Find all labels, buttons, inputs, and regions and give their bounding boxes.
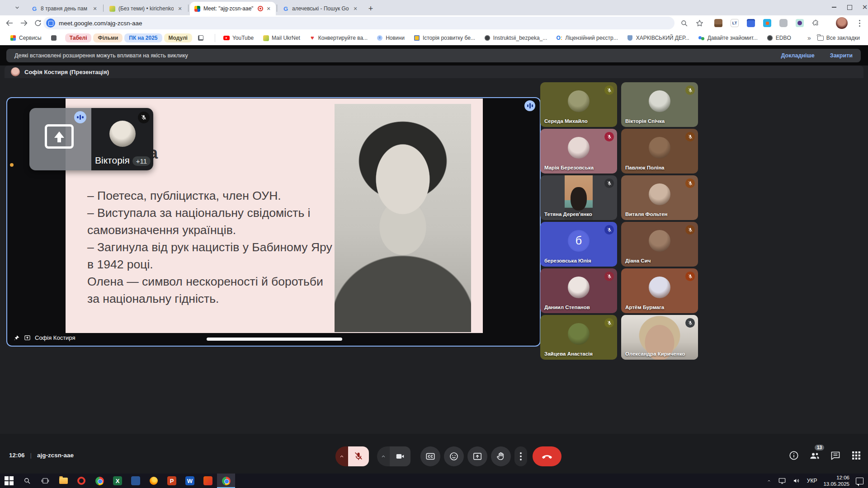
close-tab-icon[interactable]: ✕ — [265, 5, 272, 12]
participant-tile[interactable]: Марія Березовська — [540, 129, 617, 174]
banner-close-button[interactable]: Закрити — [830, 52, 853, 59]
blue-panel-icon[interactable] — [747, 19, 755, 27]
window-maximize-button[interactable] — [842, 0, 857, 14]
taskbar-powerpoint-icon[interactable]: P — [163, 474, 181, 488]
present-button[interactable] — [467, 446, 487, 466]
reactions-button[interactable] — [444, 446, 464, 466]
taskbar-opera-icon[interactable] — [72, 474, 90, 488]
participant-tile[interactable]: бберезовська Юлія — [540, 222, 617, 267]
owl-icon[interactable] — [714, 19, 722, 27]
participant-tile[interactable]: Зайцева Анастасія — [540, 315, 617, 360]
presentation-tile[interactable]: а – Поетеса, публіцистка, член ОУН.– Вис… — [6, 97, 541, 347]
raise-hand-button[interactable] — [491, 446, 511, 466]
forward-icon[interactable] — [19, 18, 29, 28]
reload-icon[interactable] — [33, 19, 42, 28]
taskbar-file-explorer-icon[interactable] — [54, 474, 72, 488]
bookmark-item[interactable]: ≡Новини — [373, 33, 408, 42]
keyboard-language[interactable]: УКР — [807, 478, 817, 484]
bookmark-item[interactable]: Табелі — [65, 33, 92, 42]
media-blue-icon[interactable] — [763, 19, 771, 27]
banner-more-button[interactable]: Докладніше — [781, 52, 815, 59]
bookmark-item[interactable]: EDBO — [763, 33, 795, 42]
camera-options-chevron[interactable] — [377, 446, 390, 466]
participant-tile[interactable]: Даниил Степанов — [540, 268, 617, 313]
taskbar-search-icon[interactable] — [18, 474, 36, 488]
browser-menu-icon[interactable] — [856, 18, 863, 28]
participant-tile[interactable]: Діана Сич — [621, 222, 698, 267]
bookmark-item[interactable]: ПК на 2025 — [124, 33, 162, 42]
chat-button[interactable] — [830, 450, 841, 461]
bookmark-item[interactable]: YouTube — [220, 33, 257, 42]
site-info-icon[interactable] — [46, 19, 55, 28]
network-icon[interactable] — [778, 477, 786, 485]
taskbar-chrome-icon[interactable] — [90, 474, 108, 488]
bookmark-item[interactable] — [194, 33, 210, 42]
bookmark-item[interactable]: Сервисы — [6, 33, 45, 42]
new-tab-button[interactable]: + — [365, 3, 376, 14]
all-bookmarks-button[interactable]: Все закладки — [817, 35, 868, 41]
bookmark-item[interactable]: ♥Конвертируйте ва... — [306, 33, 371, 42]
bookmark-item[interactable]: Mail UkrNet — [259, 33, 304, 42]
taskbar-word-icon[interactable]: W — [181, 474, 199, 488]
bookmark-item[interactable]: Фільми — [93, 33, 123, 42]
captions-button[interactable] — [420, 446, 440, 466]
bookmark-item[interactable]: Модулі — [164, 33, 192, 42]
end-call-button[interactable] — [533, 446, 561, 466]
window-minimize-button[interactable] — [826, 0, 842, 14]
people-button[interactable]: 13 — [809, 450, 820, 461]
tab-4[interactable]: Gалечевські - Пошук Google✕ — [278, 2, 363, 15]
action-center-icon[interactable] — [856, 478, 863, 484]
participant-tile[interactable]: Олександра Кириченко — [621, 315, 698, 360]
screenshot-cam-icon[interactable] — [779, 19, 788, 27]
tab-1[interactable]: G8 травня день пам яті та прим✕ — [27, 2, 102, 15]
bookmark-item[interactable]: ХАРКІВСЬКИЙ ДЕР... — [623, 33, 693, 42]
taskbar-firefox-icon[interactable] — [145, 474, 163, 488]
languagetool-icon[interactable]: LT — [731, 19, 739, 27]
participant-tile[interactable]: Артём Бурмага — [621, 268, 698, 313]
close-tab-icon[interactable]: ✕ — [176, 5, 184, 12]
taskbar-start-icon[interactable] — [0, 474, 18, 488]
volume-icon[interactable] — [793, 477, 801, 485]
taskbar-excel-icon[interactable]: X — [108, 474, 127, 488]
taskbar-blue-app-icon[interactable] — [127, 474, 145, 488]
activities-button[interactable] — [851, 450, 862, 461]
profile-avatar[interactable] — [836, 17, 848, 29]
bookmark-item[interactable]: Instruktsii_bezpeka_... — [481, 33, 551, 42]
tab-3[interactable]: Meet: "ajg-zcsn-aae"✕ — [190, 2, 276, 15]
back-icon[interactable] — [5, 18, 14, 28]
bookmark-star-icon[interactable] — [695, 19, 704, 28]
taskbar-task-view-icon[interactable] — [36, 474, 54, 488]
info-button[interactable] — [788, 450, 799, 461]
overflow-count-badge[interactable]: +11 — [132, 156, 151, 166]
more-options-button[interactable] — [514, 446, 527, 466]
search-icon[interactable] — [680, 19, 689, 28]
meet-page: Деякі встановлені розширення можуть впли… — [0, 45, 868, 474]
tray-chevron-icon[interactable] — [766, 478, 772, 483]
taskbar-chrome-active-icon[interactable] — [217, 474, 235, 488]
horizontal-scrollbar[interactable] — [207, 338, 342, 341]
tab-search-chevron-icon[interactable] — [13, 4, 22, 12]
puzzle-icon[interactable] — [812, 19, 820, 27]
floating-participants-overlay[interactable]: Вікторія +11 — [29, 108, 153, 170]
participant-tile[interactable]: Павлюк Поліна — [621, 129, 698, 174]
participant-tile[interactable]: Виталя Фольтен — [621, 175, 698, 220]
bookmark-item[interactable]: Історія розвитку бе... — [410, 33, 479, 42]
mic-options-chevron[interactable] — [335, 446, 348, 466]
participant-tile[interactable]: Вікторія Спічка — [621, 82, 698, 127]
bookmarks-overflow-icon[interactable]: » — [803, 34, 816, 42]
window-close-button[interactable]: ✕ — [857, 0, 868, 14]
taskbar-photos-icon[interactable] — [199, 474, 217, 488]
close-tab-icon[interactable]: ✕ — [352, 5, 359, 12]
mic-button-muted[interactable] — [348, 446, 369, 466]
purple-circle-icon[interactable] — [796, 19, 804, 27]
bookmark-item[interactable]: Давайте знайомит... — [695, 33, 761, 42]
address-bar[interactable]: meet.google.com/ajg-zcsn-aae — [43, 17, 675, 29]
tray-clock[interactable]: 12:06 13.05.2025 — [823, 474, 849, 487]
camera-button[interactable] — [390, 446, 410, 466]
close-tab-icon[interactable]: ✕ — [91, 5, 99, 12]
participant-tile[interactable]: Середа Михайло — [540, 82, 617, 127]
bookmark-item[interactable] — [47, 33, 63, 42]
tab-2[interactable]: (Без теми) • kirichenko.oleksan✕ — [105, 2, 187, 15]
participant-tile[interactable]: Тетяна Дерев'янко — [540, 175, 617, 220]
bookmark-item[interactable]: O:Ліцензійний реєстр... — [552, 33, 621, 42]
